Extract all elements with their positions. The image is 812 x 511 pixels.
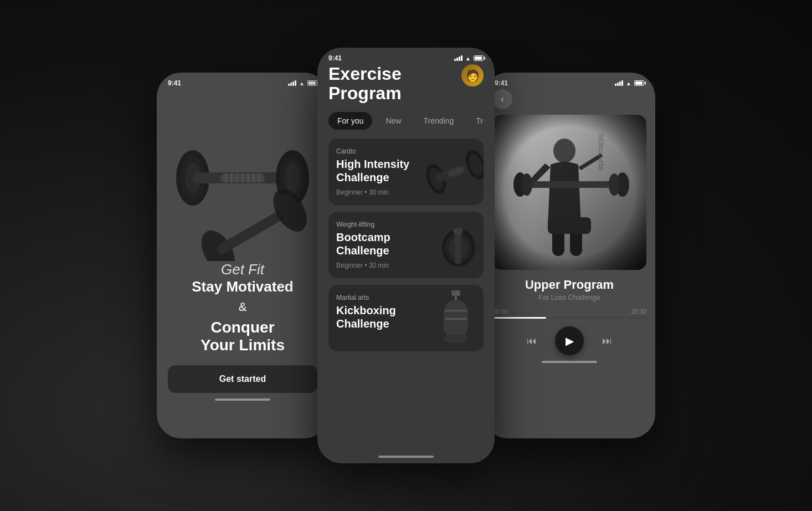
progress-section: 08:00 20:30 xyxy=(492,308,646,319)
signal-icon-center xyxy=(454,55,462,61)
tab-new[interactable]: New xyxy=(377,112,410,130)
hero-your-limits: Your Limits xyxy=(192,336,294,354)
signal-icon-left xyxy=(288,80,296,86)
status-icons-left: ▲ xyxy=(288,80,317,86)
progress-end: 20:30 xyxy=(631,308,646,315)
home-indicator-left xyxy=(215,398,270,401)
battery-icon-right xyxy=(634,80,644,86)
wifi-icon-left: ▲ xyxy=(299,80,305,86)
wifi-icon-right: ▲ xyxy=(626,80,631,86)
svg-rect-49 xyxy=(492,115,646,270)
status-icons-center: ▲ xyxy=(454,55,484,62)
exercise-header: Exercise Program 🧑 xyxy=(328,64,484,103)
svg-rect-31 xyxy=(451,290,460,296)
hero-conquer: Conquer xyxy=(192,319,294,336)
card-cardio[interactable]: Cardio High Intensity Challenge Beginner… xyxy=(328,139,484,205)
previous-button[interactable]: ⏮ xyxy=(522,331,542,351)
progress-times: 08:00 20:30 xyxy=(492,308,646,315)
wifi-icon-center: ▲ xyxy=(465,55,471,62)
time-center: 9:41 xyxy=(328,54,342,62)
filter-tabs: For you New Trending Trend... xyxy=(328,112,484,130)
program-name: Upper Program xyxy=(492,278,646,292)
back-button[interactable]: ‹ xyxy=(492,89,512,109)
phone-right: 9:41 ▲ ‹ xyxy=(484,73,655,438)
program-info: Upper Program Fat Loss Challenge xyxy=(492,278,646,302)
card-cardio-image xyxy=(423,141,484,202)
home-indicator-center xyxy=(378,456,434,458)
hero-get-fit: Get Fit xyxy=(192,261,294,278)
progress-bar[interactable] xyxy=(492,317,646,319)
status-bar-center: 9:41 ▲ xyxy=(317,48,495,64)
phones-container: 9:41 ▲ xyxy=(157,48,655,463)
card-martialarts-image xyxy=(423,288,484,349)
hero-ampersand: & xyxy=(192,300,294,314)
right-phone-content: ‹ xyxy=(484,89,655,431)
svg-rect-30 xyxy=(453,228,463,234)
time-left: 9:41 xyxy=(168,79,181,87)
battery-icon-center xyxy=(474,55,484,61)
left-phone-content: Get Fit Stay Motivated & Conquer Your Li… xyxy=(157,89,328,433)
progress-bar-fill xyxy=(492,317,546,319)
exercise-title: Exercise Program xyxy=(328,64,402,103)
exercise-title-line1: Exercise xyxy=(328,64,402,84)
svg-point-36 xyxy=(444,334,468,343)
phone-left: 9:41 ▲ xyxy=(157,73,328,438)
phone-center: 9:41 ▲ Exercise Program xyxy=(317,48,495,463)
hero-text: Get Fit Stay Motivated & Conquer Your Li… xyxy=(192,261,294,354)
center-phone-content: Exercise Program 🧑 For you New Trending … xyxy=(317,64,495,452)
status-bar-left: 9:41 ▲ xyxy=(157,73,328,89)
hero-stay-motivated: Stay Motivated xyxy=(192,278,294,295)
svg-point-6 xyxy=(285,162,300,193)
tab-trending[interactable]: Trending xyxy=(414,112,462,130)
player-controls: ⏮ ▶ ⏭ xyxy=(492,326,646,355)
signal-icon-right xyxy=(615,80,623,86)
workout-image: REP FITNESS xyxy=(492,115,646,270)
play-button[interactable]: ▶ xyxy=(555,326,584,355)
workout-image-bg: REP FITNESS xyxy=(492,115,646,270)
time-right: 9:41 xyxy=(495,79,508,87)
progress-start: 08:00 xyxy=(492,308,508,315)
status-icons-right: ▲ xyxy=(615,80,644,86)
next-button[interactable]: ⏭ xyxy=(597,331,617,351)
exercise-title-line2: Program xyxy=(328,84,402,103)
battery-icon-left xyxy=(307,80,317,86)
home-indicator-right xyxy=(542,361,597,363)
get-started-button[interactable]: Get started xyxy=(168,365,317,393)
svg-rect-35 xyxy=(445,318,467,320)
card-weightlifting[interactable]: Weight-lifting Bootcamp Challenge Beginn… xyxy=(328,212,484,278)
card-weightlifting-image xyxy=(423,214,484,275)
tab-for-you[interactable]: For you xyxy=(328,112,372,130)
card-martialarts[interactable]: Martial arts Kickboxing Challenge xyxy=(328,285,484,351)
svg-rect-34 xyxy=(445,310,467,311)
tab-trending2[interactable]: Trend... xyxy=(467,112,484,130)
svg-rect-29 xyxy=(455,231,461,264)
dumbbell-illustration xyxy=(165,95,320,261)
status-bar-right: 9:41 ▲ xyxy=(484,73,655,89)
program-subtitle: Fat Loss Challenge xyxy=(492,293,646,302)
user-avatar[interactable]: 🧑 xyxy=(461,64,484,86)
